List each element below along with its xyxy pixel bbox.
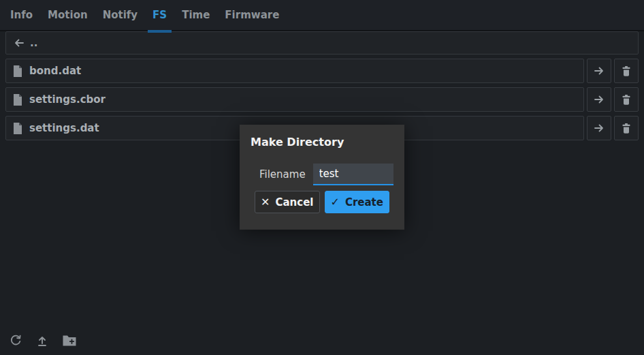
open-file-button[interactable] (587, 59, 611, 83)
file-name: settings.cbor (29, 93, 106, 106)
arrow-right-icon (593, 65, 605, 77)
file-name: bond.dat (29, 65, 81, 77)
parent-directory-row[interactable]: .. (5, 31, 639, 55)
arrow-right-icon (593, 93, 605, 106)
filename-input[interactable] (313, 164, 393, 185)
tab-firmware[interactable]: Firmware (225, 0, 279, 30)
upload-icon (36, 335, 48, 347)
delete-file-button[interactable] (614, 116, 639, 140)
upload-button[interactable] (36, 335, 48, 347)
file-browser: .. bond.dat (0, 31, 644, 140)
file-line: bond.dat (5, 59, 639, 83)
delete-file-button[interactable] (614, 59, 639, 83)
file-row-settings-cbor[interactable]: settings.cbor (5, 87, 584, 112)
tab-notify[interactable]: Notify (103, 0, 138, 30)
new-folder-button[interactable] (63, 335, 76, 346)
arrow-left-icon (13, 37, 25, 49)
cancel-button-label: Cancel (275, 196, 313, 209)
create-button-label: Create (345, 196, 383, 209)
parent-directory-label: .. (30, 37, 37, 49)
file-row-bond-dat[interactable]: bond.dat (5, 59, 584, 83)
bottom-toolbar (10, 335, 76, 347)
tab-bar: Info Motion Notify FS Time Firmware (0, 0, 644, 31)
trash-icon (620, 122, 632, 134)
file-line: settings.cbor (5, 87, 639, 112)
new-folder-icon (63, 335, 76, 346)
tab-time[interactable]: Time (182, 0, 210, 30)
trash-icon (620, 65, 632, 77)
delete-file-button[interactable] (614, 87, 639, 112)
filename-field-row: Filename (251, 164, 393, 185)
trash-icon (620, 93, 632, 106)
file-icon (13, 94, 22, 106)
arrow-right-icon (593, 122, 605, 134)
open-file-button[interactable] (587, 87, 611, 112)
cancel-button[interactable]: ✕ Cancel (255, 191, 320, 213)
x-icon: ✕ (261, 196, 270, 209)
filename-label: Filename (259, 168, 306, 181)
dialog-buttons: ✕ Cancel ✓ Create (251, 191, 393, 213)
check-icon: ✓ (331, 196, 340, 209)
refresh-button[interactable] (10, 335, 22, 347)
make-directory-dialog: Make Directory Filename ✕ Cancel ✓ Creat… (240, 125, 404, 230)
open-file-button[interactable] (587, 116, 611, 140)
tab-fs[interactable]: FS (152, 0, 167, 30)
file-icon (13, 123, 22, 134)
file-icon (13, 65, 22, 77)
tab-info[interactable]: Info (10, 0, 33, 30)
refresh-icon (10, 335, 22, 347)
tab-motion[interactable]: Motion (48, 0, 88, 30)
create-button[interactable]: ✓ Create (325, 191, 390, 213)
dialog-title: Make Directory (251, 136, 393, 149)
file-name: settings.dat (29, 122, 99, 134)
